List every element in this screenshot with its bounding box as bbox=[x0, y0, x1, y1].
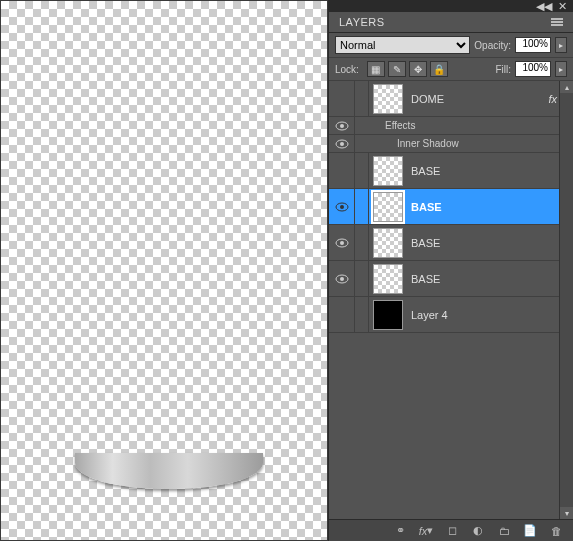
lock-label: Lock: bbox=[335, 64, 359, 75]
layer-thumbnail[interactable] bbox=[373, 228, 403, 258]
lock-transparency-icon[interactable]: ▦ bbox=[367, 61, 385, 77]
scroll-up-icon[interactable]: ▴ bbox=[560, 81, 573, 93]
visibility-toggle[interactable] bbox=[329, 153, 355, 188]
panel-window-controls: ◀◀ ✕ bbox=[329, 0, 573, 12]
blend-mode-select[interactable]: Normal bbox=[335, 36, 470, 54]
svg-point-1 bbox=[340, 124, 344, 128]
link-column[interactable] bbox=[355, 153, 369, 188]
layer-name[interactable]: Layer 4 bbox=[407, 309, 573, 321]
layer-thumbnail[interactable] bbox=[373, 156, 403, 186]
svg-point-3 bbox=[340, 142, 344, 146]
fill-label: Fill: bbox=[495, 64, 511, 75]
layers-tab[interactable]: LAYERS bbox=[339, 16, 385, 28]
layer-row[interactable]: Layer 4 bbox=[329, 297, 573, 333]
visibility-toggle[interactable] bbox=[329, 297, 355, 332]
layer-name[interactable]: BASE bbox=[407, 237, 573, 249]
layer-row[interactable]: BASE bbox=[329, 153, 573, 189]
layer-row[interactable]: BASE bbox=[329, 225, 573, 261]
visibility-toggle[interactable] bbox=[329, 261, 355, 296]
layer-thumbnail[interactable] bbox=[373, 264, 403, 294]
layer-name[interactable]: DOME bbox=[407, 93, 548, 105]
effect-name: Inner Shadow bbox=[355, 138, 459, 149]
adjustment-icon[interactable]: ◐ bbox=[469, 523, 487, 539]
svg-point-9 bbox=[340, 277, 344, 281]
new-layer-icon[interactable]: 📄 bbox=[521, 523, 539, 539]
layer-list: DOME fx▾ Effects Inner Shadow BASE BASE bbox=[329, 81, 573, 519]
visibility-toggle[interactable] bbox=[329, 81, 355, 116]
layer-row[interactable]: BASE bbox=[329, 189, 573, 225]
opacity-flyout-icon[interactable] bbox=[555, 37, 567, 53]
opacity-input[interactable]: 100% bbox=[515, 37, 551, 53]
layer-thumbnail[interactable] bbox=[373, 84, 403, 114]
layer-thumbnail[interactable] bbox=[373, 300, 403, 330]
link-layers-icon[interactable]: ⚭ bbox=[391, 523, 409, 539]
scroll-down-icon[interactable]: ▾ bbox=[560, 507, 573, 519]
blend-row: Normal Opacity: 100% bbox=[329, 33, 573, 58]
lock-row: Lock: ▦ ✎ ✥ 🔒 Fill: 100% bbox=[329, 58, 573, 81]
link-column[interactable] bbox=[355, 225, 369, 260]
group-icon[interactable]: 🗀 bbox=[495, 523, 513, 539]
fill-flyout-icon[interactable] bbox=[555, 61, 567, 77]
collapse-icon[interactable]: ◀◀ bbox=[536, 0, 552, 13]
layer-row[interactable]: BASE bbox=[329, 261, 573, 297]
panel-tab-bar: LAYERS bbox=[329, 12, 573, 33]
layer-name[interactable]: BASE bbox=[407, 273, 573, 285]
visibility-toggle[interactable] bbox=[329, 189, 355, 224]
close-panel-icon[interactable]: ✕ bbox=[558, 0, 567, 13]
mask-icon[interactable]: ◻ bbox=[443, 523, 461, 539]
visibility-toggle[interactable] bbox=[329, 225, 355, 260]
svg-point-7 bbox=[340, 241, 344, 245]
fx-icon[interactable]: fx▾ bbox=[417, 523, 435, 539]
link-column[interactable] bbox=[355, 297, 369, 332]
layer-row[interactable]: DOME fx▾ bbox=[329, 81, 573, 117]
panel-menu-icon[interactable] bbox=[551, 18, 563, 26]
link-column[interactable] bbox=[355, 81, 369, 116]
layer-thumbnail[interactable] bbox=[373, 192, 403, 222]
lock-all-icon[interactable]: 🔒 bbox=[430, 61, 448, 77]
lock-position-icon[interactable]: ✥ bbox=[409, 61, 427, 77]
document-canvas[interactable] bbox=[0, 0, 328, 541]
fill-input[interactable]: 100% bbox=[515, 61, 551, 77]
visibility-toggle[interactable] bbox=[329, 117, 355, 134]
link-column[interactable] bbox=[355, 189, 369, 224]
lock-pixels-icon[interactable]: ✎ bbox=[388, 61, 406, 77]
layer-name[interactable]: BASE bbox=[407, 201, 573, 213]
svg-point-5 bbox=[340, 205, 344, 209]
canvas-artwork bbox=[75, 453, 263, 489]
effect-item-row[interactable]: Inner Shadow bbox=[329, 135, 573, 153]
effects-label: Effects bbox=[355, 120, 415, 131]
delete-icon[interactable]: 🗑 bbox=[547, 523, 565, 539]
layers-panel: ◀◀ ✕ LAYERS Normal Opacity: 100% Lock: ▦… bbox=[328, 0, 573, 541]
layer-name[interactable]: BASE bbox=[407, 165, 573, 177]
scrollbar[interactable]: ▴ ▾ bbox=[559, 81, 573, 519]
visibility-toggle[interactable] bbox=[329, 135, 355, 152]
link-column[interactable] bbox=[355, 261, 369, 296]
opacity-label: Opacity: bbox=[474, 40, 511, 51]
panel-footer: ⚭ fx▾ ◻ ◐ 🗀 📄 🗑 bbox=[329, 519, 573, 541]
effects-header-row[interactable]: Effects bbox=[329, 117, 573, 135]
